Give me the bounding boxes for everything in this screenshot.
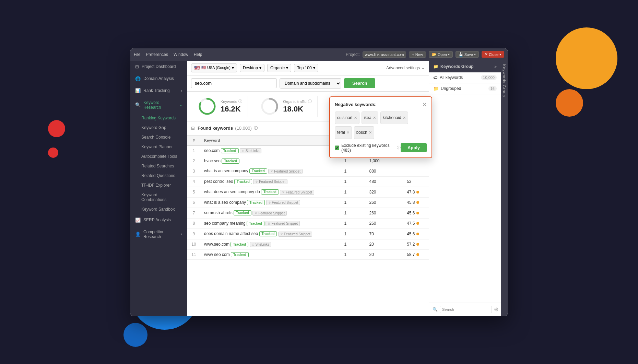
- top-select[interactable]: Top 100 ▾: [294, 64, 318, 72]
- device-select[interactable]: Desktop ▾: [240, 64, 264, 72]
- score-dot: [416, 201, 419, 204]
- cell-keyword: semrush ahrefs Tracked ♛ Featured Snippe…: [201, 208, 341, 219]
- keywords-value: 16.2K: [221, 105, 242, 114]
- cell-num: 2: [187, 156, 201, 166]
- sidebar-sub-item-tf-idf-explorer[interactable]: TF-IDF Explorer: [130, 180, 187, 190]
- cell-rank: 1: [341, 208, 366, 219]
- sidebar-sub-item-keyword-sandbox[interactable]: Keyword Sandbox: [130, 204, 187, 214]
- domain-input[interactable]: [191, 78, 277, 88]
- sidebar-item-keyword-research[interactable]: 🔍 Keyword Research ⌄: [130, 97, 187, 113]
- feature-icon: ♛: [282, 190, 285, 194]
- tracked-badge: Tracked: [259, 231, 277, 236]
- negative-keyword-tag: ikea ✕: [362, 111, 378, 124]
- expand-icon[interactable]: ⊟: [191, 126, 195, 131]
- sidebar-sub-item-keyword-gap[interactable]: Keyword Gap: [130, 123, 187, 132]
- apply-button[interactable]: Apply: [401, 143, 427, 152]
- sidebar-item-project-dashboard[interactable]: ⊞ Project Dashboard: [130, 61, 187, 73]
- sidebar-item-rank-tracking[interactable]: 📊 Rank Tracking ›: [130, 85, 187, 97]
- sidebar-sub-item-related-questions[interactable]: Related Questions: [130, 171, 187, 180]
- organic-help-icon[interactable]: ⓘ: [308, 99, 312, 104]
- sidebar-sub-item-ranking-keywords[interactable]: Ranking Keywords: [130, 113, 187, 123]
- menu-window[interactable]: Window: [174, 52, 188, 57]
- competitor-icon: 👤: [135, 232, 141, 237]
- save-button[interactable]: 💾 Save ▾: [456, 51, 479, 58]
- keyword-text: what is an seo company: [204, 168, 248, 173]
- cell-searches: 480: [366, 176, 404, 187]
- ungrouped-icon: 📁: [433, 86, 439, 91]
- tag-remove-button[interactable]: ✕: [369, 130, 372, 135]
- save-chevron: ▾: [474, 52, 476, 56]
- tracked-badge: Tracked: [247, 200, 265, 205]
- project-select[interactable]: www.link-assistant.com: [363, 51, 406, 58]
- tag-remove-button[interactable]: ✕: [373, 116, 376, 120]
- tag-remove-button[interactable]: ✕: [403, 116, 406, 120]
- right-panel-ungrouped[interactable]: 📁 Ungrouped 16: [429, 83, 501, 94]
- expand-panel-icon[interactable]: »: [494, 64, 497, 69]
- feature-badge: ♛ Featured Snippet: [265, 221, 300, 226]
- cell-rank: 1: [341, 166, 366, 177]
- title-bar-right: Project: www.link-assistant.com + New 📂 …: [346, 51, 504, 58]
- cell-num: 9: [187, 229, 201, 239]
- sidebar-sub-item-related-searches[interactable]: Related Searches: [130, 161, 187, 171]
- sidebar-sub-item-keyword-planner[interactable]: Keyword Planner: [130, 142, 187, 152]
- app-window: File Preferences Window Help Project: ww…: [130, 48, 508, 316]
- country-select[interactable]: 🇺🇸 🇺🇸 USA (Google) ▾: [191, 63, 237, 72]
- col-keyword[interactable]: Keyword: [201, 136, 341, 145]
- search-type-select[interactable]: Organic ▾: [267, 64, 291, 72]
- right-panel-all-keywords[interactable]: 🏷 All keywords 10,000: [429, 72, 501, 83]
- menu-file[interactable]: File: [134, 52, 140, 57]
- sidebar-item-competitor-research[interactable]: 👤 Competitor Research ›: [130, 226, 187, 243]
- cell-keyword: what is a seo company Tracked ♛ Featured…: [201, 197, 341, 208]
- negative-keyword-tag: cuisinart ✕: [335, 111, 359, 124]
- cell-organic: 45.8: [403, 197, 429, 208]
- feature-icon: ⊙: [242, 149, 245, 153]
- table-row: 5 what does an seo company do Tracked ♛ …: [187, 187, 429, 198]
- cell-organic: [403, 166, 429, 177]
- cell-num: 8: [187, 218, 201, 229]
- project-label: Project:: [346, 52, 360, 57]
- cell-rank: 1: [341, 229, 366, 239]
- sidebar-label-rank-tracking: Rank Tracking: [143, 88, 170, 93]
- keyword-icon: 🔍: [135, 102, 141, 107]
- sidebar-sub-label-keyword-sandbox: Keyword Sandbox: [141, 207, 175, 212]
- menu-preferences[interactable]: Preferences: [146, 52, 168, 57]
- open-button[interactable]: 📂 Open ▾: [429, 51, 453, 58]
- sidebar: ⊞ Project Dashboard 🌐 Domain Analysis 📊 …: [130, 61, 187, 316]
- popup-title: Negative keywords:: [335, 102, 377, 107]
- exclude-checkbox-label[interactable]: Exclude existing keywords (483) ⓘ: [335, 143, 401, 153]
- search-type-dropdown[interactable]: Domain and subdomains: [280, 78, 341, 89]
- sidebar-item-serp-analysis[interactable]: 📈 SERP Analysis: [130, 214, 187, 226]
- advanced-settings[interactable]: Advanced settings ⌄: [386, 66, 425, 70]
- sidebar-sub-item-keyword-combinations[interactable]: Keyword Combinations: [130, 190, 187, 204]
- tag-remove-button[interactable]: ✕: [354, 116, 357, 120]
- cell-rank: 1: [341, 239, 366, 250]
- sidebar-sub-label-search-console: Search Console: [141, 135, 170, 140]
- toolbar: 🇺🇸 🇺🇸 USA (Google) ▾ Desktop ▾ Organic ▾…: [187, 61, 429, 75]
- new-group-icon[interactable]: ⊕: [494, 306, 498, 313]
- keywords-help-icon[interactable]: ⓘ: [238, 99, 242, 104]
- tag-remove-button[interactable]: ✕: [346, 130, 350, 135]
- cell-organic: 58.7: [403, 250, 429, 260]
- menu-help[interactable]: Help: [194, 52, 202, 57]
- sidebar-item-domain-analysis[interactable]: 🌐 Domain Analysis: [130, 73, 187, 85]
- sidebar-sub-item-search-console[interactable]: Search Console: [130, 132, 187, 142]
- right-panel-search-input[interactable]: [440, 306, 492, 313]
- search-type-chevron: ▾: [286, 66, 288, 70]
- score-dot: [416, 222, 419, 225]
- found-keywords-label: Found keywords (10,000) ⓘ: [198, 126, 258, 131]
- exclude-checkbox-input[interactable]: [335, 145, 339, 150]
- exclude-help-icon[interactable]: ⓘ: [397, 145, 401, 150]
- keywords-group-tab[interactable]: Keywords Group: [501, 61, 508, 316]
- close-button[interactable]: ✕ Close ▾: [482, 51, 504, 58]
- popup-close-button[interactable]: ✕: [422, 102, 427, 107]
- table-row: 6 what is a seo company Tracked ♛ Featur…: [187, 197, 429, 208]
- cell-rank: 1: [341, 218, 366, 229]
- cell-rank: 1: [341, 250, 366, 260]
- sidebar-label-project-dashboard: Project Dashboard: [142, 64, 176, 69]
- close-chevron: ▾: [499, 52, 501, 56]
- cell-rank: 1: [341, 176, 366, 187]
- found-help-icon[interactable]: ⓘ: [254, 126, 258, 131]
- new-button[interactable]: + New: [409, 51, 426, 58]
- sidebar-sub-item-autocomplete-tools[interactable]: Autocomplete Tools: [130, 152, 187, 161]
- search-button[interactable]: Search: [344, 78, 375, 88]
